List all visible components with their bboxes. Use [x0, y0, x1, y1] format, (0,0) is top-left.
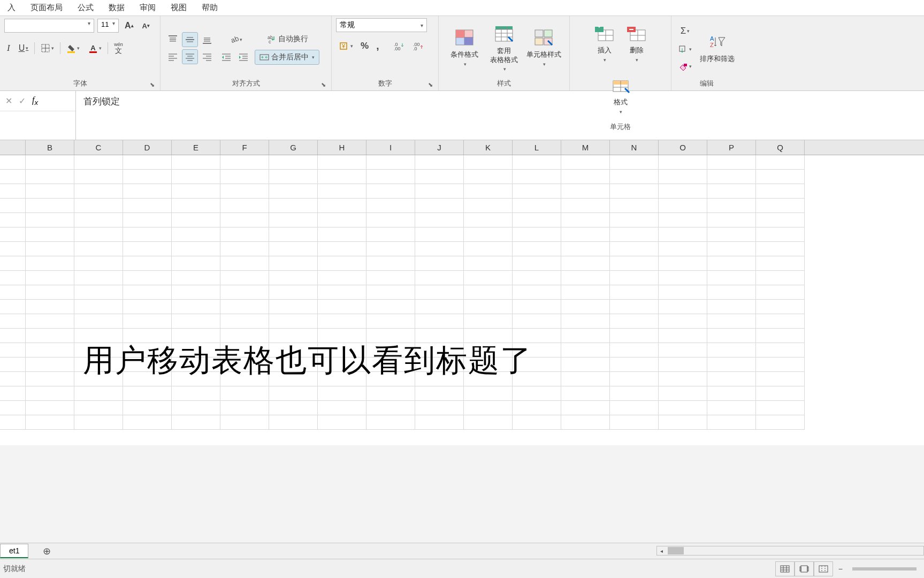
cell[interactable] [756, 213, 805, 227]
cell[interactable] [74, 372, 123, 386]
cell[interactable] [220, 401, 269, 415]
cell[interactable] [366, 199, 415, 213]
cancel-formula-button[interactable]: ✕ [5, 96, 12, 106]
cell[interactable] [123, 170, 172, 184]
cell[interactable] [464, 256, 513, 271]
cell[interactable] [318, 213, 366, 227]
zoom-slider[interactable] [852, 567, 917, 571]
cell[interactable] [415, 227, 464, 242]
cell[interactable] [756, 300, 805, 314]
cell[interactable] [464, 227, 513, 242]
cell[interactable] [220, 155, 269, 170]
cell[interactable] [26, 314, 74, 329]
tab-insert[interactable]: 入 [0, 1, 23, 15]
cell[interactable] [366, 271, 415, 285]
cell[interactable] [707, 358, 756, 372]
cell[interactable] [756, 314, 805, 329]
column-header[interactable]: L [513, 140, 561, 155]
cell[interactable] [707, 372, 756, 386]
align-dialog-launcher[interactable]: ⬊ [321, 81, 326, 88]
cell[interactable] [756, 199, 805, 213]
cell[interactable] [123, 271, 172, 285]
cell[interactable] [366, 242, 415, 256]
cell[interactable] [707, 386, 756, 401]
cell[interactable] [366, 155, 415, 170]
cell[interactable] [464, 386, 513, 401]
cell[interactable] [0, 256, 26, 271]
align-left-button[interactable] [165, 49, 181, 64]
cell[interactable] [366, 227, 415, 242]
cell[interactable] [659, 300, 707, 314]
cell[interactable] [366, 170, 415, 184]
cell[interactable] [464, 271, 513, 285]
cell[interactable] [318, 242, 366, 256]
cell[interactable] [172, 386, 220, 401]
cell[interactable] [561, 329, 610, 343]
cell[interactable] [123, 401, 172, 415]
cell[interactable] [561, 300, 610, 314]
italic-button[interactable]: I [4, 40, 13, 56]
cell[interactable] [318, 343, 366, 358]
cell[interactable] [220, 213, 269, 227]
cell[interactable] [415, 256, 464, 271]
cell[interactable] [0, 300, 26, 314]
cell[interactable] [172, 213, 220, 227]
cell[interactable] [0, 401, 26, 415]
cell[interactable] [464, 170, 513, 184]
cell[interactable] [610, 199, 659, 213]
cell[interactable] [74, 358, 123, 372]
cell[interactable] [123, 300, 172, 314]
cell[interactable] [561, 372, 610, 386]
cell[interactable] [659, 199, 707, 213]
cell[interactable] [366, 314, 415, 329]
cell[interactable] [561, 415, 610, 430]
wrap-text-button[interactable]: abc自动换行 [255, 32, 319, 47]
cell[interactable] [172, 271, 220, 285]
cell[interactable] [659, 256, 707, 271]
cell[interactable] [561, 343, 610, 358]
cell[interactable] [707, 170, 756, 184]
cell[interactable] [74, 300, 123, 314]
cell[interactable] [513, 314, 561, 329]
align-top-button[interactable] [165, 32, 181, 47]
cell[interactable] [464, 415, 513, 430]
cell[interactable] [220, 343, 269, 358]
cell[interactable] [269, 213, 318, 227]
cell[interactable] [0, 199, 26, 213]
cell[interactable] [756, 343, 805, 358]
cell[interactable] [26, 343, 74, 358]
decrease-font-button[interactable]: A▾ [140, 19, 152, 33]
cell[interactable] [659, 242, 707, 256]
merge-center-button[interactable]: 合并后居中▾ [255, 50, 319, 65]
cell[interactable] [172, 300, 220, 314]
phonetic-button[interactable]: wén文▾ [111, 40, 126, 57]
font-color-button[interactable]: A▾ [86, 41, 104, 56]
cell[interactable] [659, 343, 707, 358]
cell[interactable] [269, 358, 318, 372]
column-header[interactable]: N [610, 140, 659, 155]
font-size-combo[interactable]: 11▾ [97, 19, 119, 33]
cell[interactable] [220, 170, 269, 184]
cell[interactable] [415, 329, 464, 343]
cell[interactable] [610, 242, 659, 256]
cell[interactable] [220, 227, 269, 242]
cell[interactable] [659, 271, 707, 285]
cell[interactable] [0, 329, 26, 343]
cell[interactable] [659, 314, 707, 329]
cell[interactable] [172, 242, 220, 256]
cell[interactable] [0, 271, 26, 285]
cell[interactable] [269, 170, 318, 184]
cell[interactable] [74, 314, 123, 329]
cell[interactable] [74, 401, 123, 415]
cell[interactable] [561, 199, 610, 213]
cell[interactable] [269, 300, 318, 314]
cell[interactable] [220, 242, 269, 256]
cell[interactable] [318, 386, 366, 401]
cell[interactable] [366, 372, 415, 386]
align-center-button[interactable] [182, 49, 198, 64]
cell[interactable] [415, 155, 464, 170]
sort-filter-button[interactable]: AZ 排序和筛选 [698, 22, 736, 73]
cell[interactable] [366, 358, 415, 372]
cell[interactable] [0, 184, 26, 199]
cell[interactable] [366, 256, 415, 271]
